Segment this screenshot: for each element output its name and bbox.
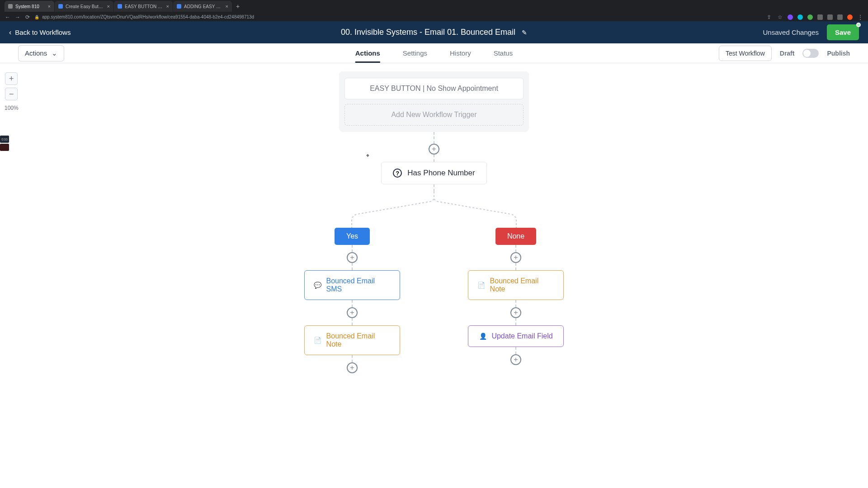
action-label: Update Email Field (491, 332, 552, 340)
tab-settings[interactable]: Settings (403, 44, 427, 62)
publish-toggle[interactable] (802, 49, 819, 58)
unsaved-changes-label: Unsaved Changes (763, 28, 819, 36)
action-update-field[interactable]: 👤 Update Email Field (468, 325, 564, 347)
tab-status[interactable]: Status (494, 44, 513, 62)
note-icon: 📄 (477, 281, 486, 289)
connector-line (515, 318, 516, 325)
forward-icon[interactable]: → (14, 14, 21, 20)
url-field[interactable]: 🔒 app.system810.com/location/ZQtsvmOnurV… (34, 14, 762, 19)
close-icon[interactable]: × (226, 4, 228, 9)
share-icon[interactable]: ⇪ (766, 14, 772, 20)
publish-label: Publish (827, 50, 850, 57)
question-icon: ? (393, 169, 402, 178)
action-sms[interactable]: 💬 Bounced Email SMS (304, 270, 400, 300)
action-label: Bounced Email Note (490, 277, 554, 293)
trigger-box[interactable]: EASY BUTTON | No Show Appointment (344, 78, 524, 99)
branch-split (330, 192, 538, 228)
condition-label: Has Phone Number (407, 169, 475, 178)
save-label: Save (835, 28, 851, 36)
connector-line (434, 184, 434, 192)
tab-label: System 810 (15, 4, 45, 9)
sub-tabs: Actions Settings History Status (355, 44, 513, 62)
tab-label: Create Easy Buttons Folder GIF (66, 4, 104, 9)
browser-tab[interactable]: System 810 × (5, 1, 54, 12)
extension-icon[interactable] (817, 14, 823, 20)
url-text: app.system810.com/location/ZQtsvmOnurVQa… (42, 14, 254, 19)
browser-tab[interactable]: ADDING EASY BUTTON TO W × (173, 1, 232, 12)
branch-label-yes[interactable]: Yes (335, 228, 370, 245)
recording-indicator[interactable] (0, 144, 9, 151)
action-note[interactable]: 📄 Bounced Email Note (468, 270, 564, 300)
trigger-container: EASY BUTTON | No Show Appointment Add Ne… (339, 71, 529, 132)
avatar-icon[interactable] (847, 14, 853, 20)
tab-strip: System 810 × Create Easy Buttons Folder … (0, 0, 868, 13)
workflow-flow: EASY BUTTON | No Show Appointment Add Ne… (208, 63, 660, 373)
tab-history[interactable]: History (450, 44, 471, 62)
save-button[interactable]: Save (827, 24, 859, 40)
add-step-button[interactable]: + (510, 307, 521, 318)
favicon (177, 4, 181, 9)
add-step-button[interactable]: + (510, 354, 521, 365)
back-label: Back to Workflows (15, 28, 71, 36)
add-step-button[interactable]: + (347, 252, 358, 263)
browser-tab[interactable]: EASY BUTTON Custom Field C × (114, 1, 173, 12)
branch-none: None + 📄 Bounced Email Note + 👤 Update E… (468, 228, 564, 373)
favicon (8, 4, 13, 9)
connector-line (434, 155, 434, 162)
workflow-title: 00. Invisible Systems - Email 01. Bounce… (341, 28, 527, 37)
menu-icon[interactable]: ⋮ (857, 14, 863, 20)
pencil-icon[interactable]: ✎ (522, 29, 527, 36)
zoom-in-button[interactable]: + (5, 72, 18, 85)
back-icon[interactable]: ← (5, 14, 11, 20)
zoom-level: 100% (5, 105, 19, 111)
reload-icon[interactable]: ⟳ (24, 14, 31, 20)
actions-dropdown[interactable]: Actions ⌄ (18, 45, 64, 61)
note-icon: 📄 (314, 336, 322, 344)
zoom-out-button[interactable]: − (5, 88, 18, 100)
browser-tab[interactable]: Create Easy Buttons Folder GIF × (55, 1, 113, 12)
tab-actions[interactable]: Actions (355, 44, 380, 62)
extension-icon[interactable] (807, 14, 813, 20)
extension-icons: ⇪ ☆ ⋮ (766, 14, 863, 20)
add-step-button[interactable]: + (510, 252, 521, 263)
title-text: 00. Invisible Systems - Email 01. Bounce… (341, 28, 515, 37)
favicon (118, 4, 122, 9)
user-icon: 👤 (479, 332, 487, 340)
extension-icon[interactable] (837, 14, 843, 20)
connector-line (515, 263, 516, 270)
connector-line (515, 245, 516, 252)
chevron-down-icon: ⌄ (52, 49, 57, 57)
action-note[interactable]: 📄 Bounced Email Note (304, 325, 400, 355)
branch-yes: Yes + 💬 Bounced Email SMS + 📄 Bounced Em… (304, 228, 400, 373)
close-icon[interactable]: × (48, 4, 51, 9)
connector-line (352, 263, 353, 270)
add-step-button[interactable]: + (429, 144, 439, 155)
connector-line (352, 300, 353, 307)
extension-icon[interactable] (788, 14, 793, 20)
favicon (58, 4, 63, 9)
puzzle-icon[interactable] (827, 14, 833, 20)
lock-icon: 🔒 (34, 15, 39, 19)
close-icon[interactable]: × (107, 4, 110, 9)
add-step-button[interactable]: + (347, 362, 358, 373)
draft-label: Draft (780, 50, 795, 57)
tab-label: EASY BUTTON Custom Field C (125, 4, 164, 9)
close-icon[interactable]: × (166, 4, 169, 9)
sub-header: Actions ⌄ Actions Settings History Statu… (0, 43, 868, 63)
recording-timer[interactable]: 0:00 (0, 136, 9, 143)
extension-icon[interactable] (797, 14, 803, 20)
connector-line (515, 300, 516, 307)
star-icon[interactable]: ☆ (777, 14, 783, 20)
app-header: ‹ Back to Workflows 00. Invisible System… (0, 21, 868, 43)
branch-label-none[interactable]: None (495, 228, 536, 245)
header-right: Unsaved Changes Save (763, 24, 859, 40)
zoom-controls: + − 100% (5, 72, 19, 111)
back-to-workflows-link[interactable]: ‹ Back to Workflows (9, 28, 71, 37)
test-workflow-button[interactable]: Test Workflow (719, 46, 772, 61)
add-step-button[interactable]: + (347, 307, 358, 318)
condition-box[interactable]: ? Has Phone Number (381, 162, 487, 184)
workflow-canvas[interactable]: + − 100% 0:00 ⌖ EASY BUTTON | No Show Ap… (0, 63, 868, 488)
add-trigger-button[interactable]: Add New Workflow Trigger (344, 104, 524, 126)
new-tab-button[interactable]: + (236, 3, 240, 10)
actions-label: Actions (25, 49, 47, 57)
